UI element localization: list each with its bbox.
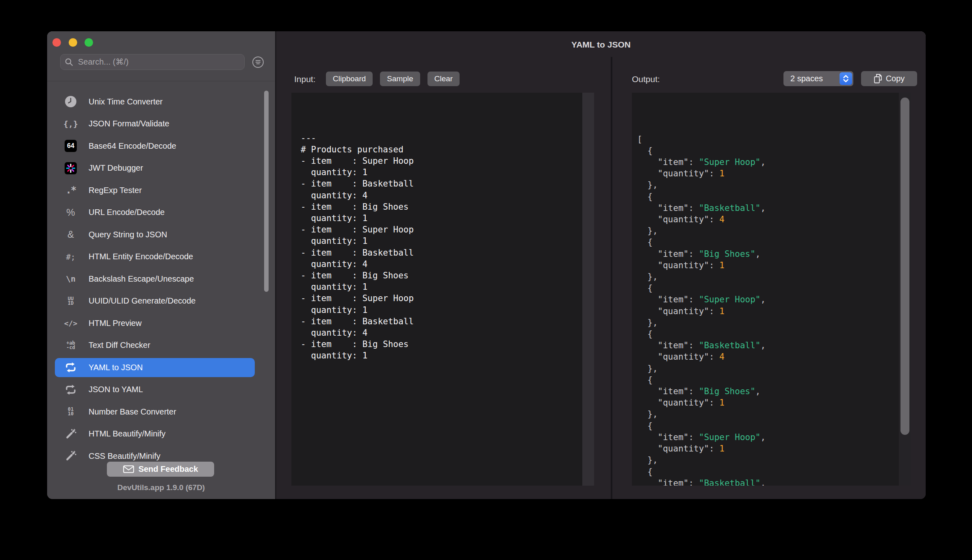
code-line: {: [637, 191, 911, 202]
send-feedback-button[interactable]: Send Feedback: [107, 462, 214, 477]
sidebar-scrollbar[interactable]: [264, 91, 269, 292]
clear-button[interactable]: Clear: [427, 72, 460, 86]
sidebar-item-yaml-to-json[interactable]: YAML to JSON: [47, 356, 275, 379]
clipboard-button[interactable]: Clipboard: [326, 72, 373, 86]
sidebar-item-html-entity-encode-decode[interactable]: #;HTML Entity Encode/Decode: [47, 246, 275, 268]
code-line: [: [637, 134, 911, 145]
sidebar-item-label: Number Base Converter: [89, 407, 176, 417]
magic-wand-icon: [62, 450, 80, 462]
base64-icon: 64: [62, 140, 80, 152]
sidebar-item-html-beautify-minify[interactable]: HTML Beautify/Minify: [47, 423, 275, 445]
zoom-button[interactable]: [85, 38, 93, 47]
code-line: - item : Super Hoop: [301, 155, 594, 167]
minimize-button[interactable]: [69, 38, 77, 47]
code-line: quantity: 4: [301, 190, 594, 201]
code-line: },: [637, 408, 911, 420]
code-line: {: [637, 237, 911, 248]
sidebar-item-label: JSON to YAML: [89, 385, 143, 394]
input-scrollbar[interactable]: [582, 93, 594, 486]
code-line: "item": "Basketball",: [637, 478, 911, 486]
sidebar-item-backslash-escape-unescape[interactable]: \nBackslash Escape/Unescape: [47, 268, 275, 290]
code-line: },: [637, 363, 911, 374]
main-area: YAML to JSON Input: ClipboardSampleClear…: [276, 31, 926, 499]
envelope-icon: [123, 465, 134, 473]
indent-select[interactable]: 2 spaces: [783, 71, 853, 86]
braces-icon: {,}: [62, 119, 80, 129]
code-line: "item": "Super Hoop",: [637, 156, 911, 168]
sample-button[interactable]: Sample: [380, 72, 420, 86]
diff-icon: +ab-cd: [62, 341, 80, 350]
sidebar-item-label: Base64 Encode/Decode: [89, 141, 176, 151]
code-line: },: [637, 271, 911, 282]
code-line: },: [637, 179, 911, 191]
sidebar-item-label: HTML Entity Encode/Decode: [89, 252, 193, 261]
swap-arrows-icon: [62, 384, 80, 396]
code-line: quantity: 1: [301, 281, 594, 293]
search-input[interactable]: [77, 57, 240, 67]
code-line: {: [637, 282, 911, 294]
sidebar-item-json-to-yaml[interactable]: JSON to YAML: [47, 379, 275, 401]
sidebar-item-html-preview[interactable]: </>HTML Preview: [47, 312, 275, 334]
search-icon: [65, 58, 74, 67]
clock-icon: [62, 96, 80, 108]
copy-label: Copy: [886, 74, 905, 83]
code-line: },: [637, 225, 911, 237]
html-entity-icon: #;: [62, 252, 80, 261]
search-field[interactable]: [60, 54, 245, 70]
code-line: "item": "Super Hoop",: [637, 294, 911, 305]
copy-icon: [874, 74, 882, 84]
code-line: - item : Basketball: [301, 316, 594, 327]
code-line: - item : Super Hoop: [301, 224, 594, 235]
code-line: "quantity": 1: [637, 443, 911, 454]
sidebar-item-json-format-validate[interactable]: {,}JSON Format/Validate: [47, 113, 275, 135]
sidebar-item-jwt-debugger[interactable]: JWT Debugger: [47, 157, 275, 180]
sidebar: Unix Time Converter{,}JSON Format/Valida…: [47, 31, 275, 499]
code-line: "quantity": 4: [637, 214, 911, 225]
percent-icon: %: [62, 207, 80, 218]
code-line: },: [637, 317, 911, 328]
output-scrollbar-thumb[interactable]: [900, 98, 909, 435]
magic-wand-icon: [62, 428, 80, 440]
sidebar-item-label: JSON Format/Validate: [89, 119, 169, 128]
sidebar-item-text-diff-checker[interactable]: +ab-cdText Diff Checker: [47, 334, 275, 357]
close-button[interactable]: [52, 38, 61, 47]
sidebar-item-uuid-ulid-generate-decode[interactable]: UUIDUUID/ULID Generate/Decode: [47, 290, 275, 313]
sidebar-item-label: HTML Beautify/Minify: [89, 429, 165, 438]
sidebar-item-url-encode-decode[interactable]: %URL Encode/Decode: [47, 202, 275, 224]
sidebar-item-label: HTML Preview: [89, 319, 141, 328]
json-output-editor[interactable]: [ { "item": "Super Hoop", "quantity": 1 …: [632, 93, 911, 486]
code-line: - item : Big Shoes: [301, 270, 594, 281]
sidebar-item-unix-time-converter[interactable]: Unix Time Converter: [47, 91, 275, 113]
sidebar-header-divider: [47, 81, 275, 81]
ampersand-icon: &: [62, 229, 80, 240]
yaml-input-editor[interactable]: ---# Products purchased- item : Super Ho…: [291, 93, 594, 486]
sidebar-item-label: Query String to JSON: [89, 230, 167, 239]
code-line: "quantity": 1: [637, 397, 911, 408]
sidebar-item-regexp-tester[interactable]: .*RegExp Tester: [47, 179, 275, 202]
app-version: DevUtils.app 1.9.0 (67D): [47, 483, 275, 492]
code-line: quantity: 1: [301, 167, 594, 178]
code-line: # Products purchased: [301, 144, 594, 155]
code-line: "item": "Big Shoes",: [637, 386, 911, 397]
jwt-icon: [62, 162, 80, 174]
code-line: quantity: 1: [301, 213, 594, 224]
code-line: {: [637, 328, 911, 340]
sidebar-item-base64-encode-decode[interactable]: 64Base64 Encode/Decode: [47, 135, 275, 157]
code-line: {: [637, 374, 911, 386]
sidebar-menu-button[interactable]: [252, 56, 264, 68]
sidebar-item-number-base-converter[interactable]: 0110Number Base Converter: [47, 401, 275, 423]
sidebar-item-query-string-to-json[interactable]: &Query String to JSON: [47, 224, 275, 246]
code-tag-icon: </>: [62, 319, 80, 328]
sidebar-item-label: CSS Beautify/Minify: [89, 451, 161, 461]
sidebar-item-label: UUID/ULID Generate/Decode: [89, 296, 195, 306]
code-line: "item": "Big Shoes",: [637, 248, 911, 260]
regex-icon: .*: [62, 184, 80, 196]
code-line: {: [637, 466, 911, 478]
code-line: - item : Big Shoes: [301, 339, 594, 350]
code-line: {: [637, 145, 911, 156]
code-line: - item : Big Shoes: [301, 201, 594, 213]
app-window: Unix Time Converter{,}JSON Format/Valida…: [47, 31, 926, 499]
copy-button[interactable]: Copy: [861, 71, 917, 86]
input-pane: Input: ClipboardSampleClear ---# Product…: [276, 31, 611, 499]
output-scrollbar[interactable]: [899, 93, 911, 486]
